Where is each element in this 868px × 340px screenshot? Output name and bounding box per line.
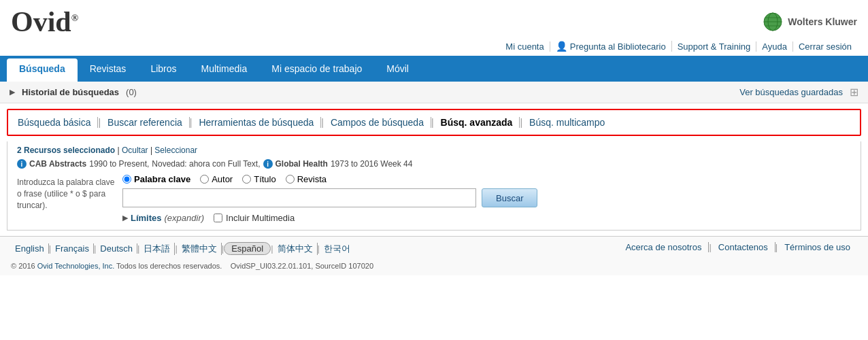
footer-link-0[interactable]: Acerca de nosotros — [618, 242, 709, 252]
search-tabs-box: Búsqueda básica | Buscar referencia | He… — [7, 109, 861, 136]
radio-revista[interactable]: Revista — [286, 174, 327, 184]
ayuda-link[interactable]: Ayuda — [756, 41, 793, 52]
ocultar-link[interactable]: Ocultar — [122, 146, 148, 155]
history-bar: ▶ Historial de búsquedas (0) Ver búsqued… — [0, 82, 868, 103]
ver-busquedas-link[interactable]: Ver búsquedas guardadas — [739, 87, 843, 97]
person-icon: 👤 — [556, 41, 567, 52]
radio-autor[interactable]: Autor — [200, 174, 233, 184]
footer-link-1[interactable]: Contactenos — [712, 242, 775, 252]
cerrar-link[interactable]: Cerrar sesión — [793, 41, 857, 52]
header: Ovid® Wolters Kluwer — [0, 0, 868, 39]
main-nav: BúsquedaRevistasLibrosMultimediaMi espac… — [0, 56, 868, 82]
footer-lang-한국어[interactable]: 한국어 — [320, 243, 354, 255]
seleccionar-link[interactable]: Seleccionar — [154, 146, 197, 155]
header-nav: Mi cuenta 👤 Pregunta al Bibliotecario Su… — [0, 39, 868, 56]
logo-area: Ovid® — [11, 5, 78, 38]
footer-lang-Deutsch[interactable]: Deutsch — [96, 243, 137, 254]
history-title: Historial de búsquedas — [22, 87, 119, 97]
search-tab-0[interactable]: Búsqueda básica — [18, 117, 98, 128]
company-link[interactable]: Ovid Technologies, Inc. — [37, 262, 115, 270]
support-link[interactable]: Support & Training — [672, 41, 757, 52]
resources-line: 2 Recursos seleccionado | Ocultar | Sele… — [17, 146, 851, 155]
info-icon-2[interactable]: i — [263, 159, 273, 169]
footer-lang-日本語[interactable]: 日本語 — [139, 243, 175, 255]
search-tab-4[interactable]: Búsq. avanzada — [434, 117, 520, 128]
info-icon-1[interactable]: i — [17, 159, 27, 169]
search-input[interactable] — [122, 188, 476, 207]
nav-item-búsqueda[interactable]: Búsqueda — [7, 58, 78, 82]
expandir-label: (expandir) — [165, 213, 205, 223]
nav-item-libros[interactable]: Libros — [138, 56, 188, 82]
search-form: Introduzca la palabra clave o frase (uti… — [17, 174, 851, 223]
search-tab-3[interactable]: Campos de búsqueda — [324, 117, 431, 128]
footer-lang-Français[interactable]: Français — [51, 243, 94, 254]
footer-languages: English | Français | Deutsch | 日本語 | 繁體中… — [11, 242, 354, 255]
logo-reg: ® — [71, 13, 78, 23]
top-nav-links: Mi cuenta 👤 Pregunta al Bibliotecario Su… — [500, 41, 857, 52]
footer: English | Français | Deutsch | 日本語 | 繁體中… — [0, 236, 868, 275]
footer-links: Acerca de nosotros | Contactenos | Térmi… — [618, 242, 857, 252]
pregunta-link[interactable]: 👤 Pregunta al Bibliotecario — [550, 41, 672, 52]
grid-icon[interactable]: ⊞ — [850, 86, 858, 99]
nav-item-mi-espacio-de-trabajo[interactable]: Mi espacio de trabajo — [259, 56, 374, 82]
footer-link-2[interactable]: Términos de uso — [778, 242, 857, 252]
radio-titulo[interactable]: Título — [242, 174, 276, 184]
search-tab-1[interactable]: Buscar referencia — [101, 117, 190, 128]
resource1-name: CAB Abstracts — [29, 159, 86, 169]
limites-row: ▶ Límites (expandir) Incluir Multimedia — [122, 213, 851, 223]
wk-name: Wolters Kluwer — [788, 16, 857, 27]
search-tabs: Búsqueda básica | Buscar referencia | He… — [18, 117, 850, 128]
incluir-multimedia-option[interactable]: Incluir Multimedia — [214, 213, 295, 223]
footer-lang-简体中文[interactable]: 简体中文 — [273, 243, 318, 255]
search-tab-2[interactable]: Herramientas de búsqueda — [192, 117, 321, 128]
footer-lang-English[interactable]: English — [11, 243, 49, 254]
version-text: OvidSP_UI03.22.01.101, SourceID 107020 — [231, 262, 373, 270]
footer-lang-Español[interactable]: Español — [224, 242, 271, 255]
buscar-button[interactable]: Buscar — [482, 188, 537, 207]
history-count: (0) — [126, 87, 137, 97]
wk-logo: Wolters Kluwer — [763, 12, 857, 31]
nav-item-multimedia[interactable]: Multimedia — [189, 56, 260, 82]
search-content: 2 Recursos seleccionado | Ocultar | Sele… — [7, 141, 861, 231]
search-label: Introduzca la palabra clave o frase (uti… — [17, 174, 116, 211]
radio-palabra-clave[interactable]: Palabra clave — [122, 174, 190, 184]
search-input-row: Buscar — [122, 188, 851, 207]
footer-copyright: © 2016 Ovid Technologies, Inc. Todos los… — [11, 262, 373, 270]
radio-group: Palabra clave Autor Título Revista — [122, 174, 851, 184]
nav-item-revistas[interactable]: Revistas — [78, 56, 139, 82]
history-arrow: ▶ — [10, 88, 15, 97]
limites-label: Límites — [131, 213, 162, 223]
resources-info: i CAB Abstracts 1990 to Present, Novedad… — [17, 159, 851, 169]
resources-count: 2 Recursos seleccionado — [17, 146, 115, 155]
incluir-multimedia-checkbox[interactable] — [214, 214, 222, 222]
limites-arrow-icon: ▶ — [122, 214, 128, 222]
logo-text: Ovid® — [11, 5, 78, 38]
footer-lang-繁體中文[interactable]: 繁體中文 — [178, 243, 222, 255]
nav-item-móvil[interactable]: Móvil — [374, 56, 421, 82]
resource2-name: Global Health — [276, 159, 328, 169]
mi-cuenta-link[interactable]: Mi cuenta — [500, 41, 550, 52]
limites-link[interactable]: ▶ Límites (expandir) — [122, 213, 204, 223]
wk-globe-icon — [763, 12, 782, 31]
search-tab-5[interactable]: Búsq. multicampo — [522, 117, 612, 128]
search-options: Palabra clave Autor Título Revista Busca… — [122, 174, 851, 223]
footer-copyright-area: © 2016 Ovid Technologies, Inc. Todos los… — [11, 262, 857, 270]
